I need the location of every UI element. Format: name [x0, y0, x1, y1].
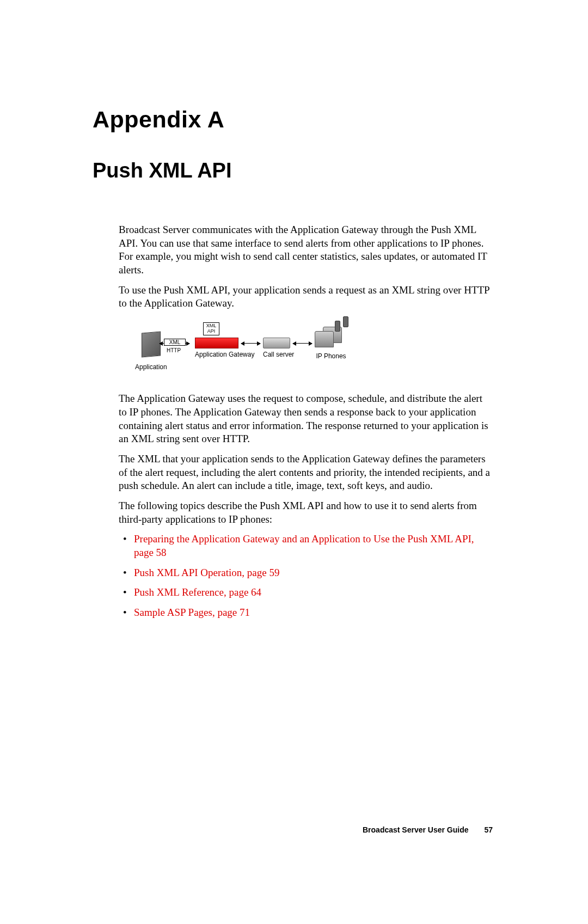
diagram-gateway: Application Gateway	[195, 338, 254, 358]
xml-api-label-box: XML API	[203, 322, 219, 335]
topics-list: Preparing the Application Gateway and an…	[119, 533, 493, 619]
footer-page-number: 57	[484, 825, 493, 834]
paragraph-1: Broadcast Server communicates with the A…	[119, 223, 493, 277]
diagram-phones: IP Phones	[315, 327, 347, 360]
phones-label: IP Phones	[315, 352, 347, 360]
link-xml-reference[interactable]: Push XML Reference, page 64	[134, 586, 261, 598]
paragraph-5: The following topics describe the Push X…	[119, 499, 493, 526]
link-preparing-gateway[interactable]: Preparing the Application Gateway and an…	[134, 533, 474, 558]
application-label: Application	[135, 363, 167, 371]
diagram-application: Application	[135, 332, 167, 371]
paragraph-4: The XML that your application sends to t…	[119, 452, 493, 493]
paragraph-2: To use the Push XML API, your applicatio…	[119, 284, 493, 310]
list-item: Push XML Reference, page 64	[119, 586, 493, 599]
gateway-label: Application Gateway	[195, 351, 254, 358]
architecture-diagram: Application XML HTTP XML API Application…	[119, 321, 493, 381]
list-item: Preparing the Application Gateway and an…	[119, 533, 493, 559]
footer-doc-title: Broadcast Server User Guide	[363, 825, 469, 834]
paragraph-3: The Application Gateway uses the request…	[119, 392, 493, 446]
list-item: Push XML API Operation, page 59	[119, 566, 493, 580]
arrow-icon	[293, 343, 312, 344]
callserver-label: Call server	[263, 351, 294, 358]
gateway-icon	[195, 338, 238, 348]
list-item: Sample ASP Pages, page 71	[119, 606, 493, 620]
diagram-callserver: Call server	[263, 338, 294, 358]
arrow-icon	[241, 343, 260, 344]
callserver-icon	[263, 338, 290, 348]
appendix-label: Appendix A	[93, 106, 493, 133]
application-icon	[142, 332, 161, 358]
link-sample-asp[interactable]: Sample ASP Pages, page 71	[134, 607, 250, 618]
phone-icon	[315, 331, 334, 347]
http-label: HTTP	[167, 347, 181, 353]
page-footer: Broadcast Server User Guide 57	[363, 825, 493, 834]
xml-label-box: XML	[164, 339, 186, 346]
link-api-operation[interactable]: Push XML API Operation, page 59	[134, 567, 279, 578]
chapter-title: Push XML API	[93, 159, 493, 182]
